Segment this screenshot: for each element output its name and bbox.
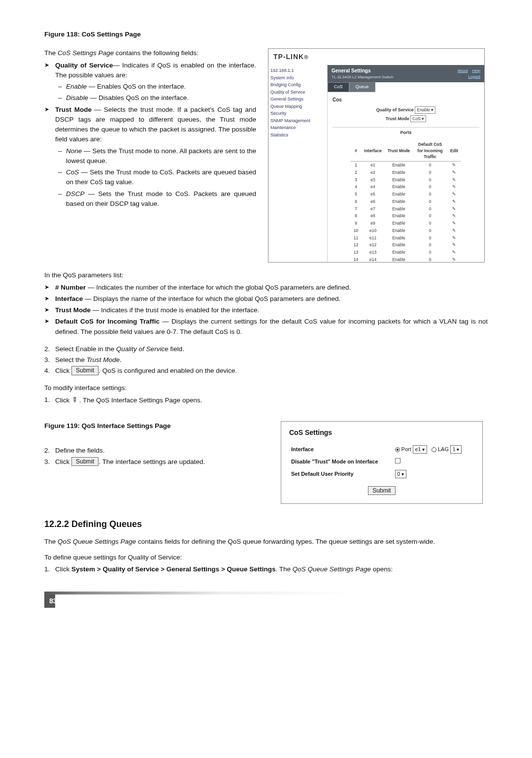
- screenshot-header: General Settings TL-SL3428 L2 Management…: [328, 65, 484, 82]
- page-footer: 83: [44, 592, 488, 608]
- subitem-dscp: DSCP — Sets the Trust mode to CoS. Packe…: [66, 189, 256, 209]
- step-number: 3.: [44, 355, 55, 365]
- param-trustmode-lead: Trust Mode: [55, 306, 91, 314]
- edit-icon[interactable]: ✎: [447, 176, 461, 184]
- page-number: 83: [44, 594, 55, 608]
- col-interface: Interface: [361, 140, 384, 162]
- submit-button[interactable]: Submit: [368, 486, 395, 495]
- help-link[interactable]: Help: [472, 68, 480, 73]
- port-label: Port: [401, 446, 411, 452]
- default-priority-select[interactable]: 0 ▾: [395, 470, 406, 478]
- col-trustmode: Trust Mode: [385, 140, 413, 162]
- edit-icon[interactable]: ✎: [447, 169, 461, 176]
- table-row: 2e2Enable0✎: [351, 169, 461, 176]
- qstep1-c: opens:: [371, 565, 393, 573]
- tree-item[interactable]: SNMP Management: [270, 118, 325, 125]
- qos-select-value: Enable: [417, 107, 430, 112]
- param-defaultcos: Default CoS for Incoming Traffic — Displ…: [55, 317, 488, 337]
- tab-queue[interactable]: Queue: [349, 82, 375, 92]
- table-row: 8e8Enable0✎: [351, 212, 461, 220]
- logout-link[interactable]: Logout: [468, 74, 480, 79]
- nav-tree[interactable]: 192.168.1.1System InfoBridging ConfigQua…: [268, 65, 328, 263]
- tree-item[interactable]: 192.168.1.1: [270, 67, 325, 74]
- port-select-value: e1: [415, 447, 421, 452]
- subitem-cos: CoS — Sets the Trust mode to CoS. Packet…: [66, 167, 256, 188]
- qstep1-ital: QoS Queue Settings Page: [293, 565, 371, 573]
- lag-radio[interactable]: [432, 447, 436, 452]
- cos-settings-screenshot: TP-LINK® 192.168.1.1System InfoBridging …: [268, 48, 485, 263]
- tree-item[interactable]: Security: [270, 110, 325, 117]
- edit-icon[interactable]: ✎: [447, 227, 461, 234]
- bullet-arrow-icon: ➤: [44, 305, 55, 314]
- port-radio[interactable]: [395, 447, 400, 452]
- intro-paragraph-ital: CoS Settings Page: [58, 49, 114, 57]
- lag-select[interactable]: 1 ▾: [450, 445, 462, 454]
- edit-icon[interactable]: ✎: [447, 212, 461, 220]
- qos-select[interactable]: Enable ▾: [415, 106, 435, 114]
- edit-icon[interactable]: ✎: [447, 249, 461, 256]
- edit-icon[interactable]: ✎: [447, 198, 461, 205]
- submit-button[interactable]: Submit: [71, 366, 99, 375]
- disable-trust-checkbox[interactable]: [395, 458, 400, 463]
- bullet-arrow-icon: ➤: [44, 61, 55, 69]
- m1-text-a: Click: [55, 396, 71, 404]
- edit-icon[interactable]: ✎: [447, 162, 461, 169]
- trustmode-select[interactable]: CoS ▾: [410, 115, 426, 123]
- edit-icon[interactable]: ✎: [447, 191, 461, 198]
- param-interface-rest: — Displays the name of the interface for…: [83, 295, 340, 302]
- interface-label: Interface: [290, 444, 393, 455]
- step3-text-a: Select the: [55, 356, 87, 363]
- step2-text-b: field.: [168, 345, 184, 353]
- param-trustmode-rest: — Indicates if the trust mode is enabled…: [91, 306, 259, 314]
- queue-step-1: Click System > Quality of Service > Gene…: [55, 564, 393, 574]
- edit-icon[interactable]: ✎: [447, 241, 461, 249]
- table-row: 3e3Enable0✎: [351, 176, 461, 184]
- subitem-dscp-rest: — Sets the Trust mode to CoS. Packets ar…: [66, 190, 256, 207]
- step-number: 2.: [44, 344, 55, 354]
- edit-icon[interactable]: ✎: [447, 220, 461, 227]
- tree-item[interactable]: System Info: [270, 75, 325, 82]
- tree-item[interactable]: Quality of Service: [270, 89, 325, 96]
- tree-item[interactable]: Maintenance: [270, 125, 325, 132]
- submit-button[interactable]: Submit: [71, 457, 99, 466]
- param-interface-lead: Interface: [55, 295, 83, 302]
- edit-icon[interactable]: ✎: [447, 205, 461, 213]
- subitem-none: None — Sets the Trust mode to none. All …: [66, 146, 256, 166]
- tree-item[interactable]: General Settings: [270, 96, 325, 103]
- def3-text-b: . The interface settings are updated.: [99, 458, 205, 465]
- edit-icon[interactable]: ✎: [447, 183, 461, 191]
- qstep1-a: Click: [55, 565, 71, 573]
- tab-cos[interactable]: CoS: [328, 82, 349, 92]
- subitem-disable-ital: Disable: [66, 94, 88, 101]
- table-row: 10e10Enable0✎: [351, 227, 461, 234]
- m1-text-b: . The QoS Interface Settings Page opens.: [77, 396, 202, 404]
- about-link[interactable]: About: [458, 68, 468, 73]
- def3-text-a: Click: [55, 458, 71, 465]
- bullet-arrow-icon: ➤: [44, 317, 55, 326]
- ports-table: # Interface Trust Mode Default CoS for I…: [351, 140, 461, 263]
- tp-link-logo: TP-LINK®: [268, 49, 484, 65]
- bullet-trustmode-lead: Trust Mode: [55, 106, 92, 113]
- disable-trust-label: Disable "Trust" Mode on Interface: [290, 456, 393, 467]
- qos-label: Quality of Service: [376, 107, 414, 112]
- edit-icon[interactable]: ✎: [447, 256, 461, 263]
- param-interface: Interface — Displays the name of the int…: [55, 294, 488, 304]
- tree-item[interactable]: Statistics: [270, 132, 325, 139]
- subitem-disable-rest: — Disables QoS on the interface.: [88, 94, 189, 101]
- figure-118-caption: Figure 118: CoS Settings Page: [44, 30, 488, 39]
- edit-icon[interactable]: ✎: [447, 234, 461, 242]
- dash-icon: –: [55, 189, 66, 199]
- dash-icon: –: [55, 93, 66, 103]
- default-priority-value: 0: [398, 471, 400, 477]
- table-row: 1e1Enable0✎: [351, 162, 461, 169]
- ports-title: Ports: [332, 127, 479, 136]
- subitem-cos-ital: CoS: [66, 168, 79, 176]
- port-select[interactable]: e1 ▾: [413, 445, 427, 454]
- tree-item[interactable]: Bridging Config: [270, 82, 325, 89]
- section-heading: 12.2.2 Defining Queues: [44, 518, 488, 531]
- qstep1-bold: System > Quality of Service > General Se…: [71, 565, 276, 573]
- step4-text-a: Click: [55, 367, 71, 374]
- set-default-label: Set Default User Priority: [290, 468, 393, 480]
- tree-item[interactable]: Queue Mapping: [270, 103, 325, 110]
- sect-para-ital: QoS Queue Settings Page: [58, 538, 136, 545]
